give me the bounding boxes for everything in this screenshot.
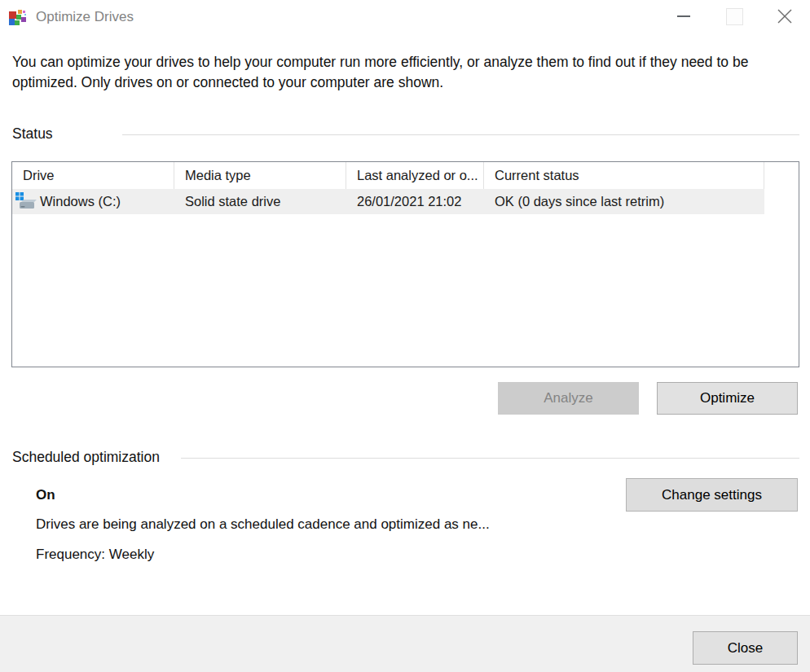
maximize-icon xyxy=(726,8,743,25)
column-header-media-type[interactable]: Media type xyxy=(174,162,346,189)
change-settings-button[interactable]: Change settings xyxy=(626,478,798,512)
close-window-button[interactable] xyxy=(759,0,810,33)
window-controls xyxy=(658,0,810,33)
close-button[interactable]: Close xyxy=(693,631,798,665)
table-row[interactable]: Windows (C:) Solid state drive 26/01/202… xyxy=(12,189,764,214)
current-status-cell: OK (0 days since last retrim) xyxy=(484,194,764,209)
drive-list: Drive Media type Last analyzed or o... C… xyxy=(11,161,799,367)
drive-list-header: Drive Media type Last analyzed or o... C… xyxy=(12,162,799,189)
maximize-button xyxy=(709,0,759,33)
optimize-button[interactable]: Optimize xyxy=(657,382,798,415)
status-section-label: Status xyxy=(12,125,53,143)
scheduled-frequency: Frequency: Weekly xyxy=(36,547,154,563)
optimize-drives-dialog: { "window": { "title": "Optimize Drives"… xyxy=(0,0,810,672)
minimize-button[interactable] xyxy=(658,0,709,33)
intro-text: You can optimize your drives to help you… xyxy=(12,52,752,93)
scheduled-optimization-label: Scheduled optimization xyxy=(12,449,160,466)
close-icon xyxy=(776,7,794,25)
drive-name: Windows (C:) xyxy=(40,194,121,209)
scheduled-state: On xyxy=(36,487,55,503)
title-bar: Optimize Drives xyxy=(0,0,810,34)
hard-drive-icon xyxy=(15,192,37,212)
scheduled-optimization-rule xyxy=(181,458,799,459)
media-type-cell: Solid state drive xyxy=(174,194,346,209)
dialog-footer xyxy=(0,615,810,672)
last-analyzed-cell: 26/01/2021 21:02 xyxy=(346,194,484,209)
scheduled-description: Drives are being analyzed on a scheduled… xyxy=(36,516,490,533)
status-section-rule xyxy=(122,134,799,135)
window-title: Optimize Drives xyxy=(36,9,134,25)
column-header-drive[interactable]: Drive xyxy=(12,162,174,189)
optimize-drives-app-icon xyxy=(8,7,28,27)
column-header-last-analyzed[interactable]: Last analyzed or o... xyxy=(346,162,484,189)
drive-cell: Windows (C:) xyxy=(12,192,174,212)
analyze-button: Analyze xyxy=(498,382,639,415)
column-header-current-status[interactable]: Current status xyxy=(484,162,764,189)
minimize-icon xyxy=(677,15,690,17)
